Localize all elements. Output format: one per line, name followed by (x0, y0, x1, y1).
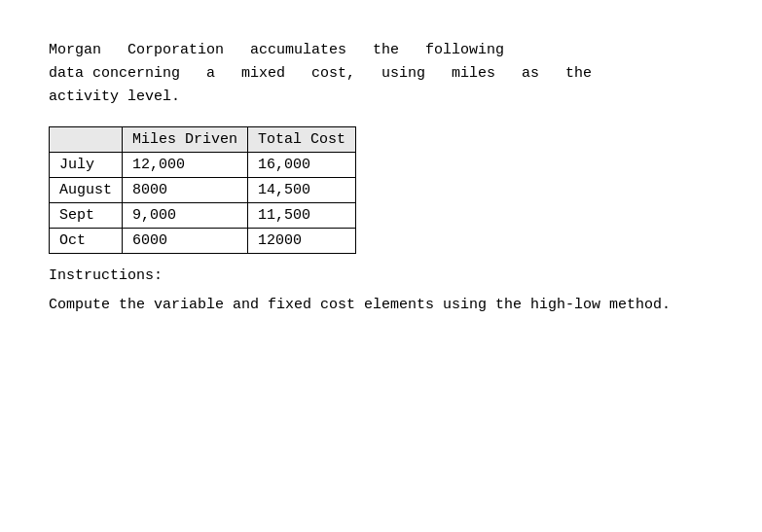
table-row: July 12,000 16,000 (50, 153, 356, 178)
miles-august: 8000 (123, 178, 248, 203)
compute-text: Compute the variable and fixed cost elem… (49, 294, 671, 317)
table-row: Sept 9,000 11,500 (50, 203, 356, 229)
miles-sept: 9,000 (123, 203, 248, 229)
data-table: Miles Driven Total Cost July 12,000 16,0… (49, 126, 356, 254)
cost-july: 16,000 (248, 153, 356, 178)
miles-oct: 6000 (123, 229, 248, 254)
month-oct: Oct (50, 229, 123, 254)
intro-paragraph: Morgan Corporation accumulates the follo… (49, 39, 671, 109)
cost-oct: 12000 (248, 229, 356, 254)
table-row: Oct 6000 12000 (50, 229, 356, 254)
cost-sept: 11,500 (248, 203, 356, 229)
cost-august: 14,500 (248, 178, 356, 203)
content-wrapper: Morgan Corporation accumulates the follo… (49, 39, 671, 317)
header-cost: Total Cost (248, 127, 356, 153)
month-sept: Sept (50, 203, 123, 229)
header-miles: Miles Driven (123, 127, 248, 153)
month-july: July (50, 153, 123, 178)
instructions-label: Instructions: (49, 267, 671, 284)
month-august: August (50, 178, 123, 203)
table-row: August 8000 14,500 (50, 178, 356, 203)
miles-july: 12,000 (123, 153, 248, 178)
header-empty (50, 127, 123, 153)
